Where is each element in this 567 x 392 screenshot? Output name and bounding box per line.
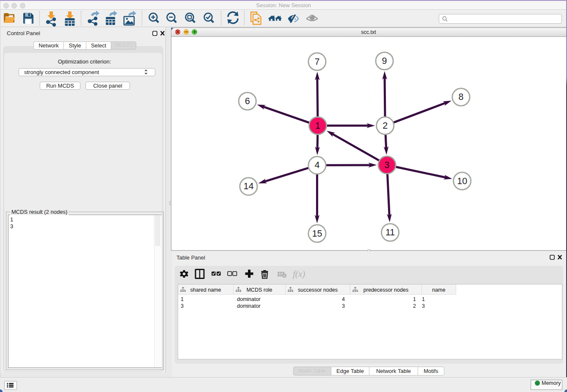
svg-text:f(x): f(x)	[293, 269, 305, 279]
svg-text:14: 14	[243, 181, 253, 191]
svg-text:1: 1	[315, 121, 320, 131]
svg-text:8: 8	[459, 92, 464, 102]
svg-text:3: 3	[385, 160, 390, 170]
svg-text:9: 9	[382, 56, 387, 66]
svg-text:7: 7	[314, 57, 319, 67]
svg-text:4: 4	[314, 160, 319, 170]
svg-text:15: 15	[312, 229, 322, 239]
svg-text:6: 6	[245, 96, 250, 106]
svg-text:2: 2	[383, 121, 388, 131]
svg-text:10: 10	[457, 176, 467, 186]
svg-text:11: 11	[385, 227, 395, 237]
